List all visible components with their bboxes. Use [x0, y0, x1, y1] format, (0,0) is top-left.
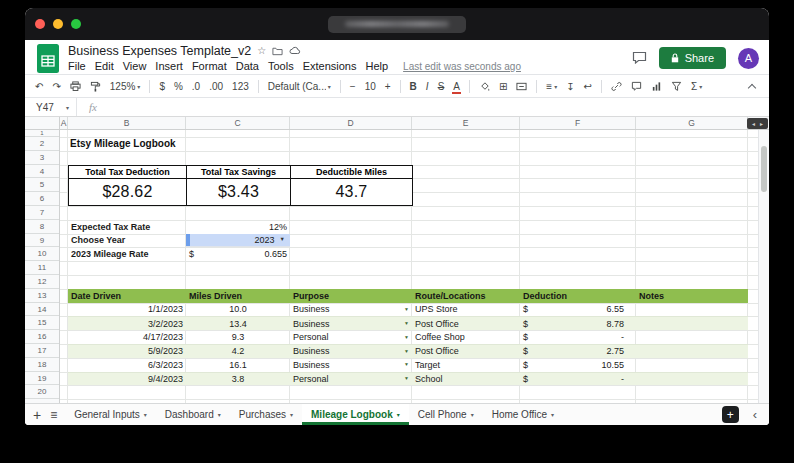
mileage-rate-value-cell[interactable]: $ 0.655	[186, 247, 290, 261]
log-header-miles[interactable]: Miles Driven	[186, 289, 290, 303]
cell-date[interactable]: 9/4/2023	[68, 373, 186, 386]
address-bar[interactable]	[328, 16, 466, 33]
column-header-e[interactable]: E	[412, 117, 520, 129]
row-header[interactable]: 18	[25, 358, 59, 372]
summary-header-cell[interactable]: Total Tax Savings	[187, 166, 291, 180]
menu-insert[interactable]: Insert	[155, 60, 183, 72]
cell-date[interactable]: 3/2/2023	[68, 317, 186, 330]
print-icon[interactable]	[70, 81, 81, 92]
increase-decimals-button[interactable]: .00	[209, 81, 223, 92]
summary-header-cell[interactable]: Total Tax Deduction	[69, 166, 187, 180]
summary-value-cell[interactable]: $28.62	[69, 179, 187, 205]
align-button[interactable]: ≡ ▾	[546, 81, 557, 92]
cell-route[interactable]: Post Office	[412, 317, 520, 330]
log-header-date[interactable]: Date Driven	[68, 289, 186, 303]
cell-deduction[interactable]: $ -	[520, 373, 636, 386]
document-title[interactable]: Business Expenses Template_v2	[68, 44, 251, 58]
year-label-cell[interactable]: Choose Year	[68, 234, 186, 248]
row-header[interactable]: 3	[25, 151, 59, 165]
cell-miles[interactable]: 3.8	[186, 373, 290, 386]
cell-purpose[interactable]: Business ▼	[290, 345, 412, 358]
cell-date[interactable]: 1/1/2023	[68, 303, 186, 317]
row-header[interactable]: 5	[25, 178, 59, 192]
row-header[interactable]: 16	[25, 330, 59, 344]
increase-font-size-button[interactable]: +	[385, 81, 391, 92]
log-header-route[interactable]: Route/Locations	[412, 289, 520, 303]
star-icon[interactable]: ☆	[257, 46, 266, 56]
fill-color-button[interactable]	[479, 81, 490, 92]
menu-help[interactable]: Help	[365, 60, 388, 72]
cell-notes[interactable]	[636, 345, 748, 358]
cell-notes[interactable]	[636, 303, 748, 317]
sheet-title-cell[interactable]: Etsy Mileage Logbook	[70, 137, 176, 151]
menu-edit[interactable]: Edit	[95, 60, 114, 72]
menu-data[interactable]: Data	[236, 60, 259, 72]
row-header[interactable]: 17	[25, 344, 59, 358]
cell-route[interactable]: Coffee Shop	[412, 330, 520, 344]
row-header[interactable]: 14	[25, 303, 59, 317]
row-header[interactable]: 8	[25, 220, 59, 234]
cloud-status-icon[interactable]	[289, 46, 301, 55]
row-header[interactable]: 9	[25, 234, 59, 248]
redo-icon[interactable]: ↷	[52, 81, 60, 92]
cell-date[interactable]: 5/9/2023	[68, 345, 186, 358]
user-avatar[interactable]: A	[738, 48, 759, 69]
row-header[interactable]: 15	[25, 316, 59, 330]
all-sheets-button[interactable]: ≡	[50, 409, 57, 421]
menu-file[interactable]: File	[68, 60, 86, 72]
collapse-toolbar-button[interactable]	[748, 83, 756, 91]
close-window-button[interactable]	[35, 19, 45, 29]
chevron-down-icon[interactable]: ▾	[551, 411, 554, 418]
percent-format-button[interactable]: %	[174, 81, 183, 92]
italic-button[interactable]: I	[426, 81, 429, 92]
tab-cell-phone[interactable]: Cell Phone ▾	[409, 404, 483, 425]
cell-purpose[interactable]: Business ▼	[290, 317, 412, 330]
font-size-input[interactable]: 10	[365, 81, 376, 92]
cell-purpose[interactable]: Business ▼	[290, 303, 412, 317]
tab-dashboard[interactable]: Dashboard ▾	[156, 404, 230, 425]
vertical-align-button[interactable]: ↧	[566, 81, 574, 92]
cell-purpose[interactable]: Personal ▼	[290, 373, 412, 386]
scroll-arrows[interactable]: ◄ ►	[747, 118, 768, 129]
chevron-down-icon[interactable]: ▾	[397, 411, 400, 418]
row-header[interactable]: 12	[25, 275, 59, 289]
dropdown-caret-icon[interactable]: ▼	[404, 376, 409, 381]
cell-notes[interactable]	[636, 358, 748, 372]
filter-button[interactable]	[671, 81, 682, 92]
text-wrap-button[interactable]: ↩	[584, 81, 592, 92]
bold-button[interactable]: B	[410, 81, 417, 92]
add-sheet-button[interactable]: +	[33, 408, 41, 422]
more-formats-button[interactable]: 123	[232, 81, 249, 92]
scrollbar-thumb[interactable]	[761, 146, 767, 192]
year-dropdown-cell[interactable]: 2023 ▼	[186, 234, 290, 248]
cell-miles[interactable]: 13.4	[186, 317, 290, 330]
chevron-down-icon[interactable]: ▾	[471, 411, 474, 418]
select-all-corner[interactable]	[25, 117, 60, 130]
cell-notes[interactable]	[636, 373, 748, 386]
row-header[interactable]: 2	[25, 137, 59, 151]
row-header[interactable]: 7	[25, 206, 59, 220]
row-header[interactable]: 20	[25, 385, 59, 399]
dropdown-caret-icon[interactable]: ▼	[404, 307, 409, 312]
chevron-down-icon[interactable]: ▾	[144, 411, 147, 418]
menu-tools[interactable]: Tools	[268, 60, 294, 72]
dropdown-caret-icon[interactable]: ▼	[404, 335, 409, 340]
vertical-scrollbar[interactable]	[758, 130, 769, 403]
row-header[interactable]: 11	[25, 261, 59, 275]
cells-area[interactable]: Etsy Mileage Logbook Total Tax Deduction…	[60, 130, 769, 403]
cell-deduction[interactable]: $ 2.75	[520, 345, 636, 358]
zoom-select[interactable]: 125% ▾	[110, 81, 141, 92]
cell-route[interactable]: Target	[412, 358, 520, 372]
column-header-a[interactable]: A	[60, 117, 68, 129]
column-header-c[interactable]: C	[186, 117, 290, 129]
tab-purchases[interactable]: Purchases ▾	[230, 404, 302, 425]
cell-route[interactable]: Post Office	[412, 345, 520, 358]
name-box[interactable]: Y47 ▾	[25, 98, 77, 116]
insert-chart-button[interactable]	[651, 81, 662, 92]
text-color-button[interactable]: A	[453, 81, 460, 92]
functions-button[interactable]: Σ ▾	[691, 81, 702, 92]
cell-miles[interactable]: 10.0	[186, 303, 290, 317]
font-family-select[interactable]: Default (Ca... ▾	[268, 81, 331, 92]
cell-route[interactable]: School	[412, 373, 520, 386]
chevron-down-icon[interactable]: ▾	[290, 411, 293, 418]
